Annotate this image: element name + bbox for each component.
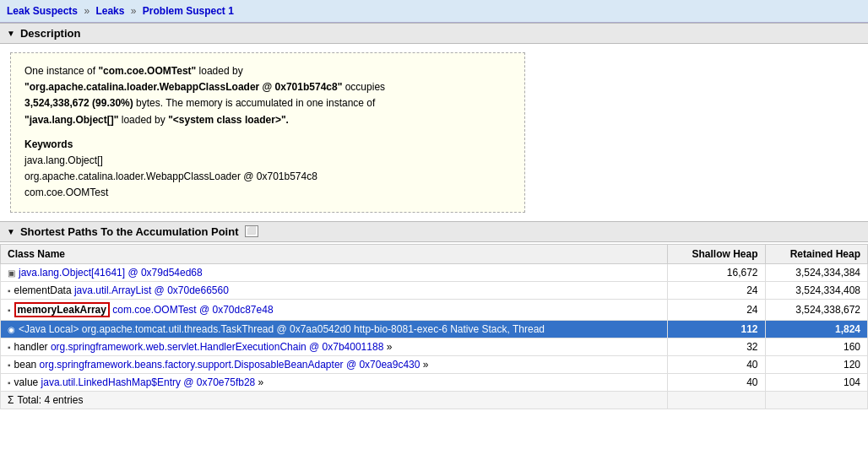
cell-class-name: ▪elementData java.util.ArrayList @ 0x70d… xyxy=(1,281,668,299)
row-suffix: » xyxy=(383,341,392,353)
cell-shallow-heap: 40 xyxy=(668,373,765,391)
cell-shallow-heap: 24 xyxy=(668,299,765,320)
cell-class-name: ▣java.lang.Object[41641] @ 0x79d54ed68 xyxy=(1,263,668,281)
table-row[interactable]: ▪memoryLeakArray com.coe.OOMTest @ 0x70d… xyxy=(1,299,868,320)
total-label: ΣTotal: 4 entries xyxy=(1,391,668,409)
desc-class-name: "com.coe.OOMTest" xyxy=(98,65,196,77)
col-class-name: Class Name xyxy=(1,244,668,263)
table-row[interactable]: ▪handler org.springframework.web.servlet… xyxy=(1,338,868,355)
keyword-1: java.lang.Object[] xyxy=(24,153,511,169)
table-row[interactable]: ▣java.lang.Object[41641] @ 0x79d54ed6816… xyxy=(1,263,868,281)
desc-bytes: bytes. The memory is accumulated in one … xyxy=(133,97,376,109)
field-prefix: elementData xyxy=(14,284,74,296)
collapse-triangle: ▼ xyxy=(7,29,15,38)
field-icon: ▪ xyxy=(8,360,11,370)
description-text-1: One instance of "com.coe.OOMTest" loaded… xyxy=(24,63,511,128)
cell-retained-heap: 104 xyxy=(765,373,868,391)
cell-retained-heap: 1,824 xyxy=(765,320,868,338)
table-row[interactable]: ▪elementData java.util.ArrayList @ 0x70d… xyxy=(1,281,868,299)
desc-size: 3,524,338,672 (99.30%) xyxy=(24,97,133,109)
class-link[interactable]: java.lang.Object[41641] @ 0x79d54ed68 xyxy=(19,267,203,279)
keyword-2: org.apache.catalina.loader.WebappClassLo… xyxy=(24,169,511,185)
field-icon: ▪ xyxy=(8,378,11,387)
cell-class-name: ▪bean org.springframework.beans.factory.… xyxy=(1,355,668,373)
class-link[interactable]: java.util.ArrayList @ 0x70de66560 xyxy=(74,284,229,296)
field-icon: ▪ xyxy=(8,343,11,352)
keywords-section: Keywords java.lang.Object[] org.apache.c… xyxy=(24,137,511,202)
desc-loaded-by-2: loaded by xyxy=(118,114,168,126)
field-icon: ▪ xyxy=(8,286,11,295)
table-row[interactable]: ▪bean org.springframework.beans.factory.… xyxy=(1,355,868,373)
desc-loader: "org.apache.catalina.loader.WebappClassL… xyxy=(24,81,342,93)
keyword-3: com.coe.OOMTest xyxy=(24,185,511,201)
cell-class-name: ▪memoryLeakArray com.coe.OOMTest @ 0x70d… xyxy=(1,299,668,320)
total-text: Total: 4 entries xyxy=(17,394,83,406)
local-icon: ◉ xyxy=(8,325,15,334)
breadcrumb: Leak Suspects » Leaks » Problem Suspect … xyxy=(0,0,868,23)
row-suffix: » xyxy=(420,359,428,371)
paths-table: Class Name Shallow Heap Retained Heap ▣j… xyxy=(0,244,868,409)
col-retained-heap: Retained Heap xyxy=(765,244,868,263)
table-row[interactable]: ◉<Java Local> org.apache.tomcat.util.thr… xyxy=(1,320,868,338)
row-suffix: Native Stack, Thread xyxy=(448,323,545,335)
cell-shallow-heap: 16,672 xyxy=(668,263,765,281)
desc-system-loader: "<system class loader>". xyxy=(168,114,289,126)
field-prefix: value xyxy=(14,376,41,388)
breadcrumb-current: Problem Suspect 1 xyxy=(143,5,234,17)
cell-retained-heap: 120 xyxy=(765,355,868,373)
col-shallow-heap: Shallow Heap xyxy=(668,244,765,263)
paths-collapse-triangle: ▼ xyxy=(7,227,15,236)
keywords-title: Keywords xyxy=(24,137,511,153)
cell-shallow-heap: 32 xyxy=(668,338,765,355)
table-row[interactable]: ▪value java.util.LinkedHashMap$Entry @ 0… xyxy=(1,373,868,391)
cell-class-name: ▪handler org.springframework.web.servlet… xyxy=(1,338,668,355)
total-retained xyxy=(765,391,868,409)
breadcrumb-leaks[interactable]: Leaks xyxy=(95,5,124,17)
cell-retained-heap: 3,524,338,672 xyxy=(765,299,868,320)
class-link[interactable]: <Java Local> org.apache.tomcat.util.thre… xyxy=(19,323,448,335)
paths-section-label: Shortest Paths To the Accumulation Point xyxy=(20,225,239,238)
cell-shallow-heap: 24 xyxy=(668,281,765,299)
cell-retained-heap: 160 xyxy=(765,338,868,355)
class-link[interactable]: org.springframework.beans.factory.suppor… xyxy=(40,359,420,371)
field-prefix: handler xyxy=(14,341,51,353)
desc-loaded-by: loaded by xyxy=(196,65,242,77)
table-header-row: Class Name Shallow Heap Retained Heap xyxy=(1,244,868,263)
total-shallow xyxy=(668,391,765,409)
breadcrumb-sep-2: » xyxy=(131,5,139,17)
breadcrumb-leak-suspects[interactable]: Leak Suspects xyxy=(7,5,78,17)
description-section-label: Description xyxy=(20,27,81,40)
table-total-row: ΣTotal: 4 entries xyxy=(1,391,868,409)
export-icon[interactable] xyxy=(245,225,258,237)
desc-array-type: "java.lang.Object[]" xyxy=(24,114,118,126)
desc-occupies: occupies xyxy=(342,81,385,93)
cell-class-name: ◉<Java Local> org.apache.tomcat.util.thr… xyxy=(1,320,668,338)
array-icon: ▣ xyxy=(8,268,15,278)
field-icon: ▪ xyxy=(8,306,11,315)
highlight-field-name: memoryLeakArray xyxy=(14,302,110,317)
paths-section-header[interactable]: ▼ Shortest Paths To the Accumulation Poi… xyxy=(0,221,868,242)
breadcrumb-sep-1: » xyxy=(84,5,92,17)
class-link[interactable]: java.util.LinkedHashMap$Entry @ 0x70e75f… xyxy=(41,376,256,388)
cell-shallow-heap: 40 xyxy=(668,355,765,373)
description-box: One instance of "com.coe.OOMTest" loaded… xyxy=(10,52,525,213)
cell-shallow-heap: 112 xyxy=(668,320,765,338)
description-section-header[interactable]: ▼ Description xyxy=(0,23,868,44)
cell-retained-heap: 3,524,334,408 xyxy=(765,281,868,299)
field-prefix: bean xyxy=(14,359,40,371)
cell-retained-heap: 3,524,334,384 xyxy=(765,263,868,281)
row-suffix: » xyxy=(255,376,263,388)
class-link[interactable]: org.springframework.web.servlet.HandlerE… xyxy=(51,341,383,353)
cell-class-name: ▪value java.util.LinkedHashMap$Entry @ 0… xyxy=(1,373,668,391)
sigma-icon: Σ xyxy=(8,394,14,406)
desc-prefix: One instance of xyxy=(24,65,98,77)
class-link[interactable]: com.coe.OOMTest @ 0x70dc87e48 xyxy=(112,304,273,316)
